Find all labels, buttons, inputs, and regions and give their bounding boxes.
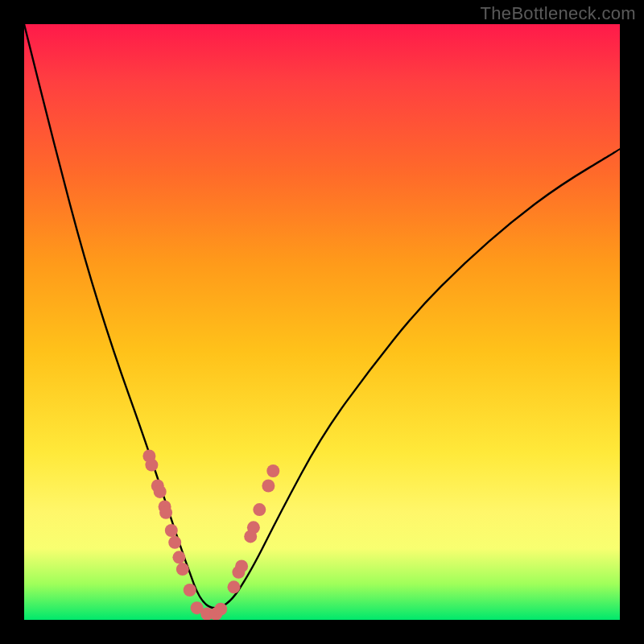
data-point: [266, 464, 279, 477]
watermark-text: TheBottleneck.com: [481, 3, 636, 24]
data-point: [145, 459, 158, 472]
data-point: [165, 524, 178, 537]
plot-area: [24, 24, 620, 620]
data-point: [168, 536, 181, 549]
data-point: [262, 480, 275, 493]
data-point: [228, 580, 241, 593]
data-point: [154, 485, 167, 498]
data-point: [159, 506, 172, 519]
data-point: [235, 559, 248, 572]
data-point: [184, 584, 196, 597]
data-point: [172, 551, 185, 564]
data-point: [253, 503, 266, 516]
chart-stage: TheBottleneck.com: [0, 0, 644, 644]
data-point: [247, 521, 260, 534]
bottleneck-curve: [24, 24, 620, 620]
data-point: [176, 563, 189, 576]
data-point: [214, 603, 227, 616]
